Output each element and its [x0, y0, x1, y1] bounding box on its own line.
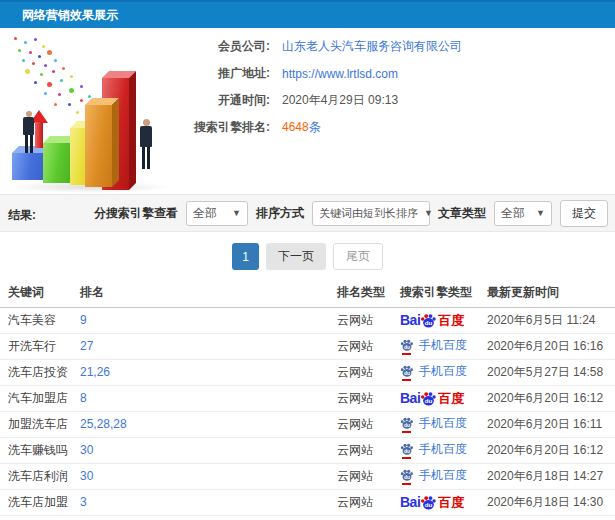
keyword-cell: 洗车店利润: [0, 463, 80, 489]
update-time-cell: 2020年6月5日 11:24: [487, 307, 615, 333]
baidu-logo-cn-text: 百度: [438, 314, 464, 327]
update-time-cell: 2020年5月27日 14:58: [487, 359, 615, 385]
next-page-button[interactable]: 下一页: [266, 243, 326, 270]
update-time-cell: 2020年6月18日 14:30: [487, 489, 615, 515]
rank-type-cell: 云网站: [337, 489, 400, 515]
figure-head: [143, 119, 150, 126]
rank-count-number: 4648: [282, 120, 309, 134]
rank-type-cell: 云网站: [337, 333, 400, 359]
rank-link[interactable]: 9: [80, 313, 87, 327]
bar-4-orange: [85, 105, 112, 187]
company-link[interactable]: 山东老人头汽车服务咨询有限公司: [282, 38, 462, 55]
submit-button[interactable]: 提交: [560, 200, 608, 227]
table-row: 洗车赚钱吗 30 云网站 du手机百度 2020年6月20日 16:12: [0, 437, 615, 463]
rank-link[interactable]: 27: [80, 339, 93, 353]
last-page-button[interactable]: 尾页: [333, 243, 383, 270]
info-row-company: 会员公司: 山东老人头汽车服务咨询有限公司: [178, 33, 462, 60]
rank-type-cell: 云网站: [337, 385, 400, 411]
update-time-text: 2020年5月27日 14:58: [487, 365, 603, 379]
engine-cell: Baidu百度: [400, 307, 487, 333]
keyword-text: 洗车店投资: [8, 365, 68, 379]
rank-count-value[interactable]: 4648条: [282, 119, 321, 136]
mobile-baidu-paw-icon: du: [400, 364, 414, 378]
page-button-1[interactable]: 1: [232, 243, 259, 270]
rank-type-text: 云网站: [337, 495, 373, 509]
baidu-paw-icon: du: [420, 390, 437, 407]
rank-count-suffix: 条: [309, 120, 321, 134]
baidu-paw-icon: du: [420, 494, 437, 511]
keyword-text: 洗车店利润: [8, 469, 68, 483]
marketing-chart-illustration: [6, 33, 178, 191]
engine-cell: du手机百度: [400, 437, 487, 463]
rank-type-text: 云网站: [337, 339, 373, 353]
rank-link[interactable]: 30: [80, 443, 93, 457]
update-time-text: 2020年6月5日 11:24: [487, 313, 596, 327]
result-label: 结果:: [8, 207, 36, 224]
article-type-label: 文章类型: [438, 205, 486, 222]
keyword-cell: 汽车美容: [0, 307, 80, 333]
keyword-cell: 加盟洗车店: [0, 411, 80, 437]
baidu-logo: Baidu百度: [400, 390, 464, 407]
rank-type-cell: 云网站: [337, 307, 400, 333]
info-row-url: 推广地址: https://www.lrtlsd.com: [178, 60, 462, 87]
rank-link[interactable]: 30: [80, 469, 93, 483]
table-row: 汽车美容 9 云网站 Baidu百度 2020年6月5日 11:24: [0, 307, 615, 333]
marketing-effect-page: 网络营销效果展示 会员公司: 山东老人头汽车服务咨询有限公司: [0, 0, 615, 520]
businessman-figure-left: [18, 111, 40, 153]
table-row: 开洗车行 27 云网站 du手机百度 2020年6月20日 16:16: [0, 333, 615, 359]
svg-text:du: du: [404, 447, 410, 453]
rank-type-text: 云网站: [337, 365, 373, 379]
mobile-baidu-text: 手机百度: [419, 365, 467, 377]
mobile-baidu-text: 手机百度: [419, 469, 467, 481]
mobile-baidu-paw-icon: du: [400, 442, 414, 456]
table-header-row: 关键词 排名 排名类型 搜索引擎类型 最新更新时间: [0, 279, 615, 307]
engine-cell: du手机百度: [400, 359, 487, 385]
sort-label: 排序方式: [256, 205, 304, 222]
sort-select[interactable]: 关键词由短到长排序 ▼: [312, 201, 430, 226]
rank-type-text: 云网站: [337, 443, 373, 457]
promo-url-link[interactable]: https://www.lrtlsd.com: [282, 67, 398, 81]
filter-bar: 结果: 分搜索引擎查看 全部 ▼ 排序方式 关键词由短到长排序 ▼ 文章类型 全…: [0, 194, 615, 232]
rank-type-text: 云网站: [337, 313, 373, 327]
rank-link[interactable]: 25,28,28: [80, 417, 127, 431]
mobile-baidu-logo: du手机百度: [400, 416, 467, 430]
engine-cell: du手机百度: [400, 463, 487, 489]
update-time-cell: 2020年6月20日 16:12: [487, 385, 615, 411]
svg-text:du: du: [404, 421, 410, 427]
rank-type-text: 云网站: [337, 391, 373, 405]
mobile-baidu-logo: du手机百度: [400, 364, 467, 378]
mobile-baidu-text: 手机百度: [419, 443, 467, 455]
figure-leg: [147, 147, 150, 169]
engine-cell: du手机百度: [400, 333, 487, 359]
baidu-logo: Baidu百度: [400, 312, 464, 329]
mobile-baidu-text: 手机百度: [419, 339, 467, 351]
caret-down-icon: ▼: [232, 208, 241, 218]
baidu-logo-cn-text: 百度: [438, 496, 464, 509]
engine-filter-value: 全部: [193, 205, 217, 222]
column-header-keyword: 关键词: [0, 279, 80, 307]
page-title: 网络营销效果展示: [0, 2, 615, 28]
rank-cell: 30: [80, 437, 337, 463]
open-time-label: 开通时间:: [178, 92, 270, 109]
mobile-baidu-text: 手机百度: [419, 417, 467, 429]
article-type-select[interactable]: 全部 ▼: [494, 201, 552, 226]
keyword-text: 开洗车行: [8, 339, 56, 353]
rank-link[interactable]: 3: [80, 495, 87, 509]
baidu-paw-icon: du: [420, 312, 437, 329]
update-time-text: 2020年6月18日 14:27: [487, 469, 603, 483]
sort-value: 关键词由短到长排序: [319, 206, 418, 221]
keyword-cell: 洗车店投资: [0, 359, 80, 385]
rank-link[interactable]: 21,26: [80, 365, 110, 379]
rank-link[interactable]: 8: [80, 391, 87, 405]
mobile-baidu-logo: du手机百度: [400, 338, 467, 352]
update-time-text: 2020年6月20日 16:12: [487, 443, 603, 457]
baidu-logo-cn-text: 百度: [438, 392, 464, 405]
column-header-rank-type: 排名类型: [337, 279, 400, 307]
rank-type-text: 云网站: [337, 417, 373, 431]
update-time-cell: 2020年6月20日 16:11: [487, 411, 615, 437]
mobile-baidu-logo: du手机百度: [400, 468, 467, 482]
rank-cell: 25,28,28: [80, 411, 337, 437]
engine-filter-select[interactable]: 全部 ▼: [186, 201, 248, 226]
baidu-logo-text: Bai: [400, 495, 420, 509]
keyword-cell: 汽车加盟店: [0, 385, 80, 411]
